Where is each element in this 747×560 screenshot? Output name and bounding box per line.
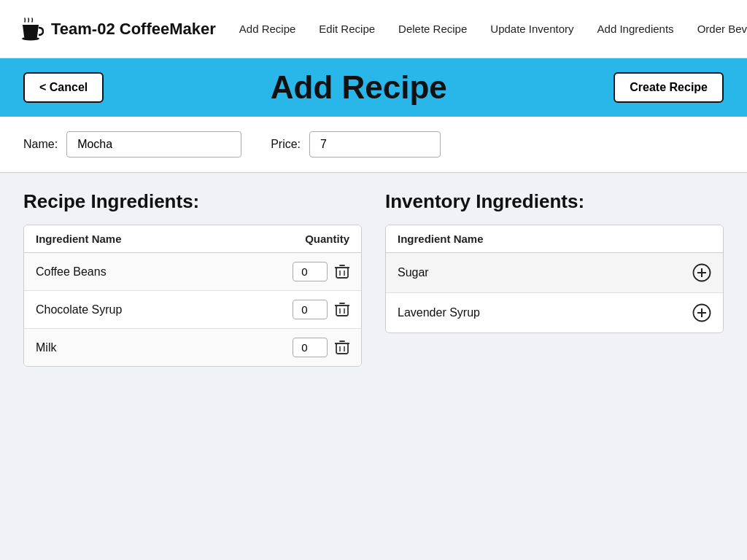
- inv-ingredient-name: Sugar: [398, 266, 429, 279]
- svg-rect-11: [336, 343, 348, 354]
- name-label: Name:: [23, 138, 58, 151]
- recipe-ingredients-panel: Recipe Ingredients: Ingredient Name Quan…: [23, 190, 362, 367]
- navbar: Team-02 CoffeeMaker Add Recipe Edit Reci…: [0, 0, 747, 58]
- price-label: Price:: [271, 138, 301, 151]
- cancel-button[interactable]: < Cancel: [23, 72, 104, 103]
- quantity-input[interactable]: [293, 262, 328, 281]
- svg-point-0: [22, 36, 39, 40]
- name-input[interactable]: [66, 131, 241, 158]
- main-content: Recipe Ingredients: Ingredient Name Quan…: [0, 173, 747, 384]
- svg-rect-1: [336, 268, 348, 278]
- col-quantity: Quantity: [305, 233, 349, 245]
- price-field-group: Price:: [271, 131, 441, 158]
- quantity-input[interactable]: [293, 338, 328, 357]
- name-field-group: Name:: [23, 131, 241, 158]
- table-row: Chocolate Syrup: [24, 291, 361, 329]
- trash-icon: [335, 302, 349, 318]
- nav-order-beverage[interactable]: Order Beverage: [697, 22, 747, 36]
- add-to-recipe-button[interactable]: [692, 263, 711, 282]
- nav-delete-recipe[interactable]: Delete Recipe: [398, 22, 467, 36]
- delete-ingredient-button[interactable]: [335, 302, 349, 318]
- delete-ingredient-button[interactable]: [335, 264, 349, 280]
- header-bar: < Cancel Add Recipe Create Recipe: [0, 58, 747, 117]
- trash-icon: [335, 264, 349, 280]
- quantity-input[interactable]: [293, 300, 328, 319]
- page-title: Add Recipe: [271, 69, 447, 106]
- inventory-ingredients-panel: Inventory Ingredients: Ingredient Name S…: [385, 190, 724, 367]
- recipe-form: Name: Price:: [0, 117, 747, 173]
- nav-add-ingredients[interactable]: Add Ingredients: [597, 22, 674, 36]
- trash-icon: [335, 340, 349, 356]
- col-ingredient-name: Ingredient Name: [36, 233, 122, 245]
- plus-circle-icon: [692, 303, 711, 322]
- ingredient-name: Coffee Beans: [36, 265, 107, 279]
- brand: Team-02 CoffeeMaker: [18, 16, 216, 42]
- table-row: Milk: [24, 329, 361, 366]
- delete-ingredient-button[interactable]: [335, 340, 349, 356]
- inventory-ingredients-table: Ingredient Name Sugar Lavender Syrup: [385, 225, 724, 333]
- plus-circle-icon: [692, 263, 711, 282]
- add-to-recipe-button[interactable]: [692, 303, 711, 322]
- table-row: Coffee Beans: [24, 253, 361, 291]
- inv-ingredient-name: Lavender Syrup: [398, 306, 480, 319]
- nav-links: Add Recipe Edit Recipe Delete Recipe Upd…: [239, 22, 747, 36]
- ingredient-name: Milk: [36, 341, 56, 354]
- price-input[interactable]: [309, 131, 441, 158]
- inventory-ingredients-title: Inventory Ingredients:: [385, 190, 724, 213]
- list-item: Sugar: [386, 253, 723, 293]
- list-item: Lavender Syrup: [386, 293, 723, 332]
- nav-update-inventory[interactable]: Update Inventory: [490, 22, 573, 36]
- coffee-cup-icon: [18, 16, 44, 42]
- nav-add-recipe[interactable]: Add Recipe: [239, 22, 296, 36]
- recipe-ingredients-title: Recipe Ingredients:: [23, 190, 362, 213]
- ingredient-name: Chocolate Syrup: [36, 303, 122, 316]
- nav-edit-recipe[interactable]: Edit Recipe: [319, 22, 375, 36]
- recipe-ingredients-table: Ingredient Name Quantity Coffee Beans: [23, 225, 362, 367]
- col-inv-ingredient-name: Ingredient Name: [398, 233, 484, 245]
- inv-table-header: Ingredient Name: [386, 225, 723, 253]
- svg-rect-6: [336, 306, 348, 316]
- create-recipe-button[interactable]: Create Recipe: [614, 72, 724, 103]
- recipe-table-header: Ingredient Name Quantity: [24, 225, 361, 253]
